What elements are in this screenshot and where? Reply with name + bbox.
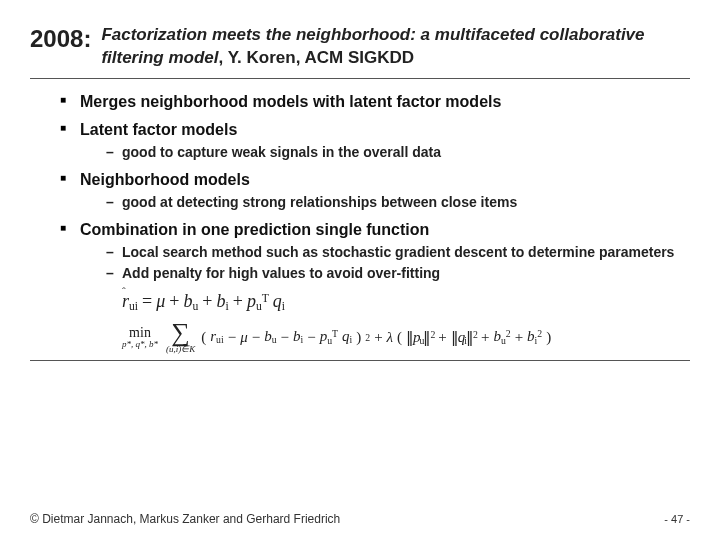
- hat-icon: ˆ: [122, 285, 126, 297]
- bu: bu: [183, 291, 198, 313]
- formula-prediction: ˆ rui = μ + bu + bi + puT qi: [122, 291, 690, 313]
- obj-rui: rui: [210, 328, 223, 345]
- pu: puT: [247, 291, 269, 313]
- minus2: −: [252, 329, 260, 346]
- obj-pu-sup: T: [332, 328, 338, 339]
- bi-sub: i: [225, 300, 228, 313]
- norm-qi: ‖qi‖2: [451, 328, 477, 346]
- plus-r3: +: [515, 329, 523, 346]
- obj-qi-sub: i: [350, 335, 353, 346]
- bullet-latent-sublist: good to capture weak signals in the over…: [80, 143, 690, 161]
- plus3: +: [233, 291, 243, 312]
- minus4: −: [307, 329, 315, 346]
- bullet-neighborhood-label: Neighborhood models: [80, 171, 250, 188]
- bullet-combination-sublist: Local search method such as stochastic g…: [80, 243, 690, 282]
- bullet-latent-label: Latent factor models: [80, 121, 237, 138]
- bullet-merges: Merges neighborhood models with latent f…: [60, 93, 690, 111]
- bu2b: b: [493, 329, 501, 345]
- bullet-neighborhood-sublist: good at detecting strong relationships b…: [80, 193, 690, 211]
- min-operator: min p*, q*, b*: [122, 326, 158, 349]
- bu2: bu2: [493, 328, 510, 346]
- bi2sq: 2: [537, 328, 542, 339]
- rhat: ˆ rui: [122, 291, 138, 313]
- plus-lambda: +: [374, 329, 382, 346]
- plus-r1: +: [438, 329, 446, 346]
- obj-mu: μ: [240, 329, 248, 346]
- minus3: −: [281, 329, 289, 346]
- sigma-icon: ∑: [171, 321, 190, 346]
- slide-footer: © Dietmar Jannach, Markus Zanker and Ger…: [30, 512, 690, 526]
- bullet-latent-sub1: good to capture weak signals in the over…: [106, 143, 690, 161]
- slide-root: 2008: Factorization meets the neighborho…: [0, 0, 720, 540]
- divider-top: [30, 78, 690, 79]
- bi2: bi2: [527, 328, 542, 346]
- obj-close: ): [356, 329, 361, 346]
- bullet-neighborhood: Neighborhood models good at detecting st…: [60, 171, 690, 211]
- reg-close: ): [546, 329, 551, 346]
- obj-bu-sub: u: [272, 335, 277, 346]
- pu-sup: T: [262, 291, 269, 304]
- minus1: −: [228, 329, 236, 346]
- qi-q: q: [273, 291, 282, 311]
- plus1: +: [169, 291, 179, 312]
- obj-bi-sub: i: [301, 335, 304, 346]
- obj-bi: bi: [293, 328, 303, 345]
- bi: bi: [216, 291, 228, 313]
- bullet-combination-sub1: Local search method such as stochastic g…: [106, 243, 690, 261]
- year-label: 2008:: [30, 24, 91, 54]
- bullet-combination: Combination in one prediction single fun…: [60, 221, 690, 282]
- obj-qi: qi: [342, 328, 352, 345]
- nc2: ‖: [466, 329, 473, 345]
- reg-open: (: [397, 329, 402, 346]
- qi-sub: i: [282, 300, 285, 313]
- plus-r2: +: [481, 329, 489, 346]
- no2: ‖: [451, 329, 458, 345]
- bullet-neighborhood-sub1: good at detecting strong relationships b…: [106, 193, 690, 211]
- obj-sq: 2: [365, 332, 370, 343]
- formula-objective: min p*, q*, b* ∑ (u,i)∈K ( rui − μ − bu …: [122, 321, 690, 354]
- sum-limits: (u,i)∈K: [166, 345, 195, 354]
- lambda: λ: [387, 329, 394, 346]
- slide-header: 2008: Factorization meets the neighborho…: [30, 24, 690, 70]
- min-sub: p*, q*, b*: [122, 340, 158, 349]
- divider-bottom: [30, 360, 690, 361]
- formula-block: ˆ rui = μ + bu + bi + puT qi min p*, q*,…: [122, 291, 690, 354]
- min-text: min: [129, 326, 151, 340]
- nqsq: 2: [473, 329, 477, 340]
- eq-sign: =: [142, 291, 152, 312]
- plus2: +: [202, 291, 212, 312]
- qi: qi: [273, 291, 285, 313]
- bullet-combination-label: Combination in one prediction single fun…: [80, 221, 429, 238]
- obj-pu: puT: [320, 328, 338, 346]
- rui-sub: ui: [216, 335, 224, 346]
- page-number: - 47 -: [664, 513, 690, 525]
- r-sub: ui: [129, 300, 138, 313]
- bullet-list: Merges neighborhood models with latent f…: [30, 93, 690, 283]
- paper-title: Factorization meets the neighborhood: a …: [101, 24, 690, 70]
- obj-open: (: [201, 329, 206, 346]
- obj-bu: bu: [264, 328, 276, 345]
- bu2sq: 2: [506, 328, 511, 339]
- norm-pu: ‖pu‖2: [406, 328, 434, 346]
- bu-sub: u: [192, 300, 198, 313]
- credit-text: © Dietmar Jannach, Markus Zanker and Ger…: [30, 512, 340, 526]
- paper-title-rest: , Y. Koren, ACM SIGKDD: [219, 48, 415, 67]
- sum-operator: ∑ (u,i)∈K: [166, 321, 195, 354]
- bullet-combination-sub2: Add penalty for high values to avoid ove…: [106, 264, 690, 282]
- npsq: 2: [430, 329, 434, 340]
- obj-bu-b: b: [264, 328, 272, 344]
- obj-bi-b: b: [293, 328, 301, 344]
- bi2b: b: [527, 329, 535, 345]
- bullet-latent: Latent factor models good to capture wea…: [60, 121, 690, 161]
- pu-p: p: [247, 291, 256, 311]
- mu: μ: [156, 291, 165, 312]
- obj-qi-q: q: [342, 328, 350, 344]
